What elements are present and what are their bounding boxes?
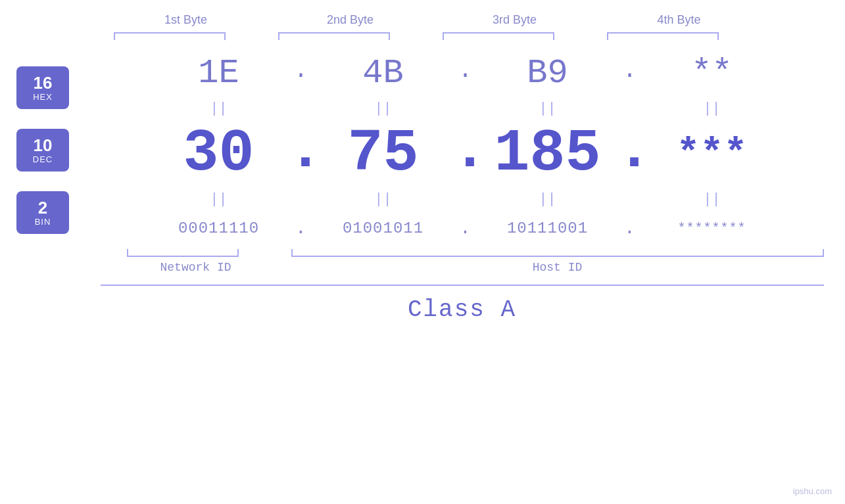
byte4-header-cell: 4th Byte	[594, 13, 732, 40]
eq1-b3: ||	[479, 101, 617, 117]
bottom-brackets	[101, 249, 824, 257]
header-row: 1st Byte 2nd Byte 3rd Byte 4th Byte	[101, 13, 824, 40]
bin-badge: 2 BIN	[16, 191, 69, 234]
dec-byte4: ***	[676, 131, 747, 176]
eq2-b1: ||	[150, 191, 288, 208]
byte1-label: 1st Byte	[114, 13, 258, 27]
dec-byte1-cell: 30	[150, 124, 288, 183]
hex-dot1: .	[288, 57, 314, 89]
bracket-top-3	[443, 32, 554, 40]
hex-byte1: 1E	[198, 54, 239, 93]
hex-dot3: .	[617, 57, 643, 89]
hex-badge-num: 16	[34, 74, 53, 93]
class-label: Class A	[408, 296, 516, 323]
bracket-top-4	[607, 32, 719, 40]
bin-dot1: .	[288, 218, 314, 239]
byte4-label: 4th Byte	[607, 13, 752, 27]
eq2-b3: ||	[479, 191, 617, 208]
hex-byte2: 4B	[362, 54, 403, 93]
data-grid: 1E . 4B . B9 . **	[99, 40, 832, 248]
byte3-header-cell: 3rd Byte	[429, 13, 567, 40]
bin-byte3-cell: 10111001	[479, 219, 617, 237]
dec-byte3-cell: 185	[479, 124, 617, 183]
hex-badge: 16 HEX	[16, 66, 69, 109]
hex-row: 1E . 4B . B9 . **	[99, 47, 832, 99]
dec-byte3: 185	[494, 120, 600, 187]
bracket-net-inner	[127, 249, 239, 257]
dec-byte4-cell: ***	[643, 134, 781, 173]
bin-byte1-cell: 00011110	[150, 219, 288, 237]
main-container: 1st Byte 2nd Byte 3rd Byte 4th Byte	[0, 0, 845, 504]
bracket-bottom-host	[291, 249, 824, 257]
watermark: ipshu.com	[793, 486, 832, 496]
eq2-b2: ||	[314, 191, 452, 208]
equals-row-2: || || || ||	[99, 190, 832, 208]
hex-byte1-cell: 1E	[150, 54, 288, 93]
bin-byte1: 00011110	[178, 219, 259, 237]
bin-dot2: .	[452, 218, 479, 239]
bin-byte4: ********	[677, 221, 746, 236]
equals-row-1: || || || ||	[99, 99, 832, 118]
bin-byte2: 01001011	[343, 219, 423, 237]
byte2-header-cell: 2nd Byte	[265, 13, 403, 40]
bracket-top-2	[278, 32, 390, 40]
dec-row: 30 . 75 . 185 . ***	[99, 118, 832, 190]
hex-dot2: .	[452, 57, 479, 89]
hex-byte2-cell: 4B	[314, 54, 452, 93]
byte3-label: 3rd Byte	[443, 13, 587, 27]
eq1-b4: ||	[643, 101, 781, 117]
dec-byte1: 30	[183, 120, 254, 187]
dec-badge-label: DEC	[33, 154, 53, 164]
dec-byte2-cell: 75	[314, 124, 452, 183]
bin-badge-num: 2	[38, 198, 47, 218]
net-host-labels: Network ID Host ID	[101, 261, 824, 274]
eq1-b2: ||	[314, 101, 452, 117]
bracket-host-inner	[291, 249, 824, 257]
bin-row: 00011110 . 01001011 . 10111001 .	[99, 208, 832, 248]
dec-dot3: .	[617, 117, 643, 191]
hex-badge-label: HEX	[33, 92, 53, 102]
eq2-b4: ||	[643, 191, 781, 208]
dec-badge: 10 DEC	[16, 129, 69, 172]
hex-byte4: **	[691, 54, 732, 93]
network-id-label: Network ID	[101, 261, 291, 274]
bracket-top-1	[114, 32, 226, 40]
host-id-label: Host ID	[291, 261, 824, 274]
bracket-bottom-network	[101, 249, 265, 257]
bin-byte2-cell: 01001011	[314, 219, 452, 237]
byte1-header-cell: 1st Byte	[101, 13, 239, 40]
bin-dot3: .	[617, 218, 643, 239]
dec-byte2: 75	[347, 120, 418, 187]
eq1-b1: ||	[150, 101, 288, 117]
byte2-label: 2nd Byte	[278, 13, 423, 27]
bin-byte4-cell: ********	[643, 221, 781, 236]
dec-badge-num: 10	[34, 136, 53, 155]
dec-dot1: .	[288, 117, 314, 191]
bin-badge-label: BIN	[35, 217, 51, 227]
class-section: Class A	[101, 285, 824, 323]
dec-dot2: .	[452, 117, 479, 191]
hex-byte3: B9	[527, 54, 567, 93]
badges-column: 16 HEX 10 DEC 2 BIN	[0, 40, 85, 234]
hex-byte4-cell: **	[643, 54, 781, 93]
hex-byte3-cell: B9	[479, 54, 617, 93]
bin-byte3: 10111001	[507, 219, 588, 237]
